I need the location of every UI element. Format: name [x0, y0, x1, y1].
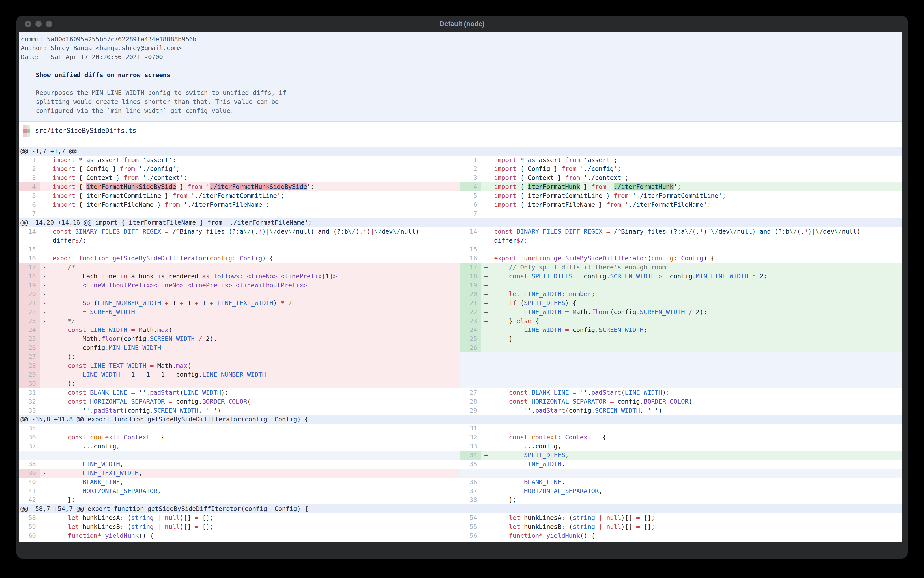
code-token	[135, 389, 139, 396]
code-token: { iterFormatCommitLine }	[75, 192, 172, 199]
diff-marker	[481, 513, 494, 522]
code-token: const	[509, 398, 528, 405]
line-number: 27	[19, 352, 40, 361]
line-number: 41	[19, 487, 40, 495]
code-token: Math.	[569, 308, 591, 316]
code-token	[606, 398, 610, 405]
code-token: import	[53, 201, 75, 208]
code-token: (.	[355, 228, 363, 235]
code-token: () {	[580, 532, 595, 539]
code-token: padStart	[591, 389, 621, 396]
line-number: 20	[19, 290, 40, 299]
code-token	[595, 523, 598, 530]
code-token: :	[558, 434, 561, 441]
code-token: .	[532, 407, 535, 414]
code-token: [];	[198, 514, 213, 521]
code-token: )[]	[621, 514, 636, 521]
code-token: dev	[718, 228, 729, 235]
code-token: LINE_WIDTH	[83, 371, 120, 378]
diff-marker	[481, 487, 494, 495]
code-token	[53, 532, 68, 539]
code-token: /*	[68, 264, 75, 271]
code-token: =	[576, 273, 580, 280]
hunk-header: @@ -14,20 +14,16 @@ import { iterFormatF…	[19, 218, 902, 227]
code-token: ;	[618, 165, 621, 172]
commit-message-title: Show unified diffs on narrow screens	[19, 71, 902, 80]
code-line: import { iterFormatFileName } from './it…	[53, 200, 460, 209]
diff-marker: +	[481, 263, 494, 272]
code-line: const LINE_TEXT_WIDTH = Math.max(	[53, 361, 460, 370]
code-token: \/	[834, 228, 842, 235]
code-token	[183, 281, 187, 289]
code-line: LINE_WIDTH - 1 - 1 - 1 - config.LINE_NUM…	[53, 370, 460, 379]
code-token: config.	[666, 273, 696, 280]
code-token: }	[494, 317, 516, 325]
code-token: 2;	[756, 273, 767, 280]
zoom-button[interactable]	[46, 21, 52, 27]
code-token: 1	[183, 299, 195, 307]
line-number: 1	[19, 156, 40, 164]
code-token: import	[53, 192, 75, 199]
code-token: let	[509, 514, 520, 521]
code-token: .	[90, 407, 94, 414]
code-token: ''	[524, 407, 531, 414]
diff-row: 35	[19, 424, 460, 433]
code-token: \/	[243, 228, 251, 235]
commit-message-body-line: splitting would create lines shorter tha…	[19, 97, 902, 106]
code-token: ,	[120, 478, 124, 485]
code-line: }	[494, 334, 902, 343]
code-token	[494, 478, 524, 485]
hunk-header: @@ -1,7 +1,7 @@	[19, 147, 902, 156]
code-token: [];	[640, 514, 655, 521]
diff-row: 4-import { iterFormatHunkSideBySide } fr…	[19, 182, 460, 192]
diff-row: 19+	[460, 281, 902, 290]
code-token: BINARY_FILES_DIFF_REGEX	[75, 228, 161, 235]
diff-row-pair: 5import { iterFormatCommitLine } from '.…	[19, 192, 902, 200]
line-number: 6	[19, 200, 40, 209]
diff-row: 32 const context: Context = {	[460, 433, 902, 442]
code-token: differ	[494, 237, 516, 244]
code-line: let LINE_WIDTH: number;	[494, 290, 902, 299]
diff-row: 38 };	[460, 495, 902, 505]
code-token: +	[180, 299, 183, 307]
code-token: LINE_TEXT_WIDTH	[83, 469, 139, 477]
diff-marker	[40, 156, 53, 164]
code-line: import * as assert from 'assert';	[53, 156, 460, 164]
code-token	[603, 523, 606, 530]
code-token	[516, 156, 520, 164]
code-token: +	[195, 299, 198, 307]
diff-row: 27- );	[19, 352, 460, 361]
code-token: <linePrefix[	[280, 273, 326, 280]
code-token: follows	[213, 273, 240, 280]
code-token	[53, 487, 83, 495]
code-token: './context'	[142, 174, 183, 182]
code-token: +	[165, 299, 169, 307]
code-line: */	[53, 317, 460, 326]
code-token: ;	[591, 291, 595, 298]
code-token: from	[172, 192, 187, 199]
line-number: 32	[19, 397, 40, 406]
code-token: import	[494, 174, 516, 182]
code-token: -	[154, 371, 157, 378]
code-token	[86, 308, 90, 316]
close-button[interactable]	[25, 21, 31, 27]
line-number: 40	[19, 477, 40, 487]
code-token	[520, 291, 524, 298]
code-token: LINE_TEXT_WIDTH	[90, 362, 146, 369]
line-number: 55	[460, 522, 481, 531]
diff-table: @@ -1,7 +1,7 @@1import * as assert from …	[19, 147, 902, 540]
diff-row: 55 let hunkLinesB: (string | null)[] = […	[460, 522, 902, 531]
code-token: >=	[658, 273, 666, 280]
code-token: |	[157, 514, 161, 521]
code-token: const	[68, 434, 86, 441]
diff-row: 27 const BLANK_LINE = ''.padStart(LINE_W…	[460, 388, 902, 397]
code-token: Binary files (?:a	[621, 228, 685, 235]
code-line: /*	[53, 263, 460, 272]
code-token: /	[172, 228, 176, 235]
code-token	[494, 514, 509, 521]
minimize-button[interactable]	[35, 21, 42, 27]
section-gap	[19, 140, 902, 147]
code-line: import { iterFormatHunk } from './iterFo…	[494, 182, 902, 192]
code-token: /	[198, 335, 202, 343]
code-token	[154, 523, 157, 530]
